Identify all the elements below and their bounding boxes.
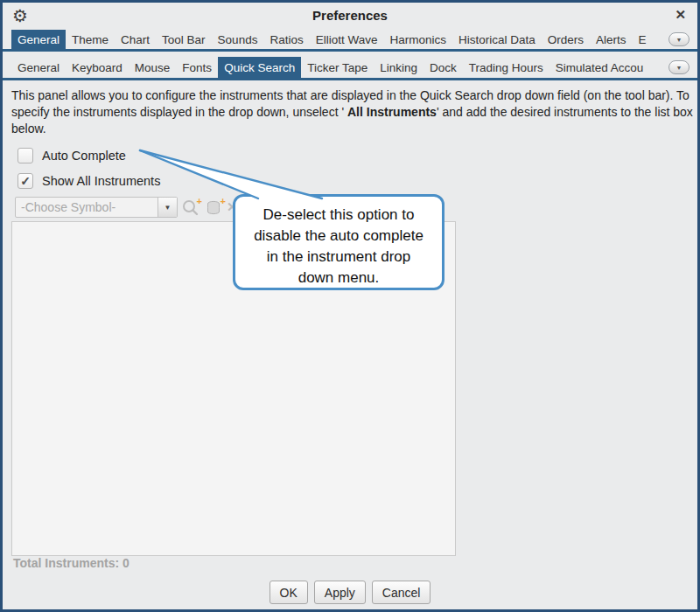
- cancel-button[interactable]: Cancel: [372, 581, 431, 604]
- tab-overflow-button[interactable]: ▼: [668, 32, 690, 46]
- subtab-overflow-button[interactable]: ▼: [668, 60, 690, 74]
- callout-line: in the instrument drop: [235, 247, 442, 268]
- choose-symbol-placeholder: -Choose Symbol-: [16, 200, 158, 214]
- tab-tool-bar[interactable]: Tool Bar: [156, 30, 212, 49]
- preferences-dialog: ⚙ Preferences ✕ General Theme Chart Tool…: [0, 0, 700, 612]
- tab-row-general-section: General Keyboard Mouse Fonts Quick Searc…: [3, 54, 697, 80]
- subtab-general[interactable]: General: [11, 57, 66, 78]
- tab-harmonics[interactable]: Harmonics: [383, 30, 452, 49]
- callout-line: down menu.: [235, 268, 442, 289]
- subtab-linking[interactable]: Linking: [374, 57, 424, 78]
- subtab-simulated-accounts[interactable]: Simulated Accou: [550, 57, 650, 78]
- total-instruments-label: Total Instruments: 0: [13, 556, 130, 570]
- subtab-fonts[interactable]: Fonts: [176, 57, 218, 78]
- panel-description: This panel allows you to configure the i…: [11, 87, 696, 137]
- auto-complete-option: Auto Complete: [18, 148, 126, 163]
- subtab-mouse[interactable]: Mouse: [129, 57, 177, 78]
- footer-button-bar: OK Apply Cancel: [3, 581, 697, 604]
- tab-alerts[interactable]: Alerts: [590, 30, 633, 49]
- checkmark-icon: ✓: [20, 174, 31, 188]
- tab-general[interactable]: General: [11, 30, 66, 49]
- tab-theme[interactable]: Theme: [66, 30, 115, 49]
- chevron-down-icon: ▼: [676, 65, 682, 71]
- tab-ratios[interactable]: Ratios: [263, 30, 309, 49]
- chevron-down-icon: ▼: [676, 37, 682, 43]
- tab-sounds[interactable]: Sounds: [212, 30, 264, 49]
- close-icon[interactable]: ✕: [675, 7, 686, 23]
- tab-chart[interactable]: Chart: [115, 30, 156, 49]
- auto-complete-checkbox[interactable]: [18, 148, 33, 163]
- subtab-quick-search[interactable]: Quick Search: [218, 57, 301, 78]
- show-all-instruments-checkbox[interactable]: ✓: [18, 173, 33, 189]
- apply-button[interactable]: Apply: [314, 581, 366, 604]
- subtab-dock[interactable]: Dock: [424, 57, 463, 78]
- callout-bubble: De-select this option to disable the aut…: [233, 194, 444, 290]
- auto-complete-label: Auto Complete: [42, 149, 126, 163]
- subtab-trading-hours[interactable]: Trading Hours: [463, 57, 550, 78]
- dialog-title: Preferences: [3, 8, 697, 23]
- tab-orders[interactable]: Orders: [542, 30, 590, 49]
- tab-row-main: General Theme Chart Tool Bar Sounds Rati…: [3, 27, 697, 52]
- tab-truncated[interactable]: E: [633, 30, 653, 49]
- description-bold: All Instruments: [347, 105, 437, 119]
- subtab-ticker-tape[interactable]: Ticker Tape: [301, 57, 374, 78]
- callout-line: De-select this option to: [235, 205, 442, 226]
- title-bar: ⚙ Preferences ✕: [3, 3, 697, 28]
- callout-arrow: [125, 139, 335, 202]
- tab-historical-data[interactable]: Historical Data: [452, 30, 542, 49]
- subtab-keyboard[interactable]: Keyboard: [66, 57, 129, 78]
- callout-line: disable the auto complete: [235, 226, 442, 247]
- ok-button[interactable]: OK: [270, 581, 308, 604]
- tab-elliott-wave[interactable]: Elliott Wave: [310, 30, 384, 49]
